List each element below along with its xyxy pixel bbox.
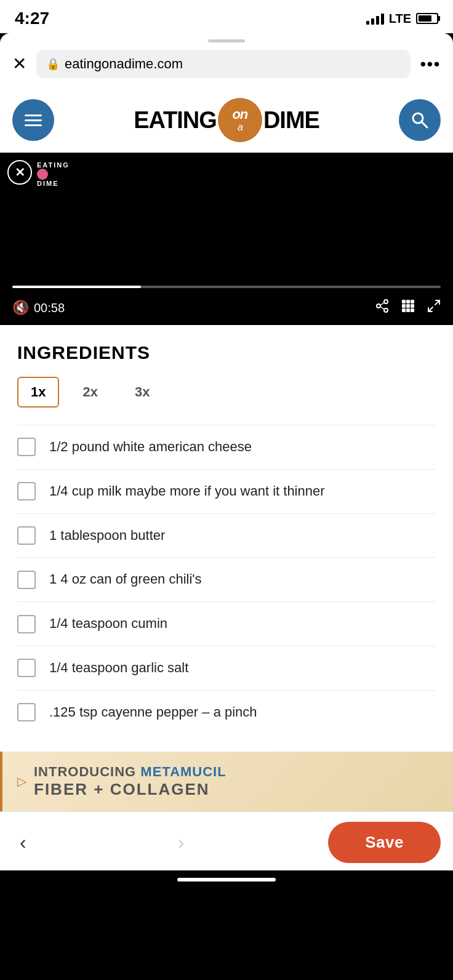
browser-close-button[interactable]: ✕	[12, 55, 26, 73]
ad-banner[interactable]: ▷ INTRODUCING METAMUCIL FIBER + COLLAGEN	[0, 752, 453, 811]
multiplier-2x-button[interactable]: 2x	[69, 377, 111, 408]
svg-rect-11	[406, 304, 410, 308]
browser-chrome: ✕ 🔒 eatingonadime.com •••	[0, 33, 453, 88]
ingredient-checkbox-2[interactable]	[17, 482, 36, 500]
logo-on: on	[232, 107, 247, 122]
video-progress-fill	[12, 286, 141, 288]
logo-badge: on a	[218, 98, 262, 142]
logo-a: a	[238, 122, 243, 133]
svg-rect-15	[411, 308, 414, 312]
search-button[interactable]	[399, 99, 441, 141]
list-item: 1/4 teaspoon garlic salt	[17, 646, 436, 690]
svg-line-5	[380, 303, 384, 306]
hamburger-icon	[25, 114, 42, 126]
video-close-button[interactable]: ✕	[7, 160, 32, 185]
svg-line-16	[435, 300, 439, 305]
ingredients-title: INGREDIENTS	[17, 342, 436, 363]
site-logo: EATING on a DIME	[134, 98, 319, 142]
video-player[interactable]: ✕ EATING DIME 🔇 00:58	[0, 153, 453, 325]
volume-icon[interactable]: 🔇	[12, 300, 29, 316]
battery-icon	[416, 13, 438, 24]
status-icons: LTE	[366, 12, 438, 26]
ad-line1: INTRODUCING METAMUCIL	[34, 764, 226, 780]
watermark-badge-circle	[37, 169, 48, 180]
video-progress-bar[interactable]	[12, 286, 441, 288]
status-time: 4:27	[15, 9, 49, 28]
ingredient-checkbox-6[interactable]	[17, 659, 36, 677]
multiplier-3x-button[interactable]: 3x	[121, 377, 163, 408]
ingredient-text-6: 1/4 teaspoon garlic salt	[49, 659, 188, 678]
share-icon[interactable]	[375, 299, 389, 316]
svg-line-17	[428, 307, 433, 311]
multiplier-1x-button[interactable]: 1x	[17, 377, 59, 408]
svg-point-4	[384, 308, 388, 312]
browser-handle-bar	[208, 39, 245, 42]
ingredient-checkbox-5[interactable]	[17, 615, 36, 633]
video-ctrl-right	[375, 299, 441, 316]
logo-dime: DIME	[263, 107, 319, 134]
video-watermark: EATING DIME	[37, 161, 70, 187]
video-ctrl-left: 🔇 00:58	[12, 300, 65, 316]
svg-rect-9	[411, 300, 414, 303]
signal-icon	[366, 12, 384, 25]
video-time: 00:58	[34, 301, 65, 315]
ingredient-text-4: 1 4 oz can of green chili's	[49, 570, 202, 589]
ingredient-checkbox-7[interactable]	[17, 703, 36, 721]
watermark-badge-row	[37, 169, 70, 180]
svg-rect-14	[406, 308, 410, 312]
svg-point-2	[384, 300, 388, 303]
list-item: 1/4 cup milk maybe more if you want it t…	[17, 469, 436, 513]
list-item: 1 tablespoon butter	[17, 513, 436, 558]
search-icon	[410, 110, 430, 130]
ad-brand-text: METAMUCIL	[140, 764, 226, 779]
home-indicator-bar	[177, 878, 276, 882]
ad-intro-text: INTRODUCING	[34, 764, 140, 779]
video-controls: 🔇 00:58	[12, 299, 441, 316]
url-bar[interactable]: 🔒 eatingonadime.com	[36, 50, 411, 78]
svg-rect-12	[411, 304, 414, 308]
ingredient-list: 1/2 pound white american cheese 1/4 cup …	[17, 425, 436, 734]
list-item: 1/4 teaspoon cumin	[17, 601, 436, 646]
menu-button[interactable]	[12, 99, 54, 141]
ingredient-checkbox-1[interactable]	[17, 438, 36, 456]
ingredient-text-3: 1 tablespoon butter	[49, 526, 165, 545]
browser-toolbar: ✕ 🔒 eatingonadime.com •••	[0, 46, 453, 86]
ingredient-checkbox-4[interactable]	[17, 571, 36, 589]
home-indicator	[0, 870, 453, 893]
ingredient-text-7: .125 tsp cayenne pepper – a pinch	[49, 703, 257, 722]
ad-icon: ▷	[17, 774, 26, 789]
ingredient-text-2: 1/4 cup milk maybe more if you want it t…	[49, 482, 325, 501]
recipe-content: INGREDIENTS 1x 2x 3x 1/2 pound white ame…	[0, 325, 453, 747]
list-item: 1/2 pound white american cheese	[17, 425, 436, 469]
video-close-icon: ✕	[15, 165, 25, 180]
grid-icon[interactable]	[401, 299, 415, 316]
nav-back-button[interactable]: ‹	[12, 826, 34, 859]
watermark-dime-text: DIME	[37, 180, 70, 187]
fullscreen-icon[interactable]	[427, 299, 441, 316]
lock-icon: 🔒	[46, 57, 60, 71]
save-button[interactable]: Save	[328, 822, 441, 863]
list-item: 1 4 oz can of green chili's	[17, 557, 436, 601]
lte-label: LTE	[389, 12, 411, 26]
ad-line2: FIBER + COLLAGEN	[34, 780, 226, 799]
list-item: .125 tsp cayenne pepper – a pinch	[17, 690, 436, 734]
ad-content: INTRODUCING METAMUCIL FIBER + COLLAGEN	[34, 764, 226, 799]
svg-point-3	[377, 304, 380, 308]
status-bar: 4:27 LTE	[0, 0, 453, 33]
browser-handle	[0, 33, 453, 46]
browser-menu-button[interactable]: •••	[420, 55, 441, 74]
svg-rect-8	[406, 300, 410, 303]
multiplier-row: 1x 2x 3x	[17, 377, 436, 408]
ingredient-checkbox-3[interactable]	[17, 526, 36, 545]
ingredient-text-1: 1/2 pound white american cheese	[49, 438, 252, 457]
svg-line-1	[422, 122, 427, 127]
ingredient-text-5: 1/4 teaspoon cumin	[49, 614, 167, 633]
url-text: eatingonadime.com	[65, 56, 183, 72]
bottom-nav: ‹ › Save	[0, 811, 453, 870]
content-area: EATING on a DIME ✕ EATING DIME	[0, 88, 453, 870]
svg-line-6	[380, 307, 384, 310]
site-header: EATING on a DIME	[0, 88, 453, 153]
svg-rect-7	[402, 300, 406, 303]
watermark-eating-text: EATING	[37, 161, 70, 169]
svg-rect-10	[402, 304, 406, 308]
